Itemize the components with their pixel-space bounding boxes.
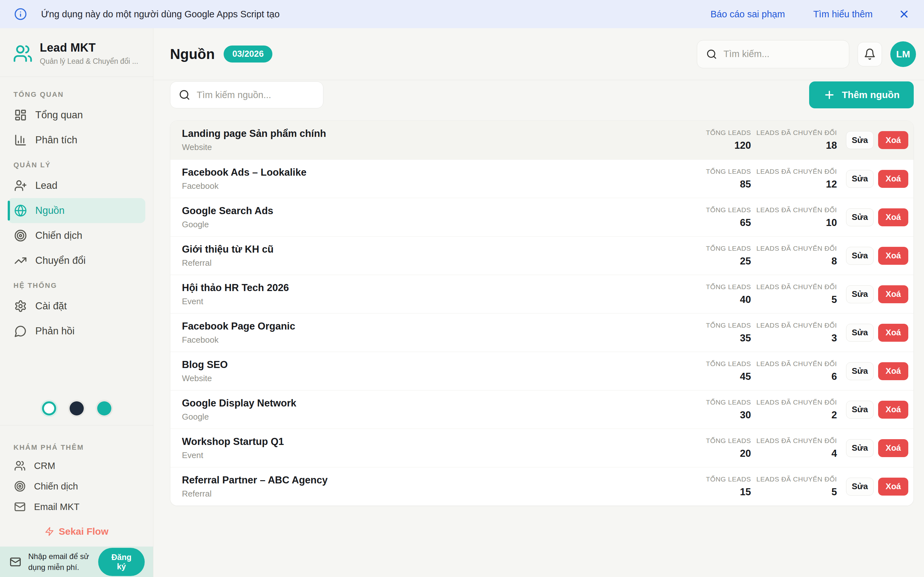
sekai-flow-link[interactable]: Sekai Flow bbox=[0, 517, 153, 546]
source-row[interactable]: Google Search Ads Google TỔNG LEADS 65 L… bbox=[170, 198, 913, 236]
signup-message: Nhập email để sử dụng miễn phí. bbox=[28, 551, 91, 572]
source-row[interactable]: Workshop Startup Q1 Event TỔNG LEADS 20 … bbox=[170, 429, 913, 467]
global-search[interactable] bbox=[697, 40, 849, 68]
edit-button[interactable]: Sửa bbox=[846, 439, 874, 457]
source-row[interactable]: Referral Partner – ABC Agency Referral T… bbox=[170, 467, 913, 506]
sidebar-item-crm[interactable]: CRM bbox=[8, 456, 145, 476]
globe-icon bbox=[14, 204, 27, 217]
report-abuse-link[interactable]: Báo cáo sai phạm bbox=[711, 9, 785, 19]
app-window: Ứng dụng này do một người dùng Google Ap… bbox=[0, 0, 924, 577]
delete-button[interactable]: Xoá bbox=[878, 131, 908, 149]
delete-button[interactable]: Xoá bbox=[878, 170, 908, 188]
converted-leads-label: LEADS ĐÃ CHUYỂN ĐỔI bbox=[751, 475, 837, 483]
source-info: Facebook Ads – Lookalike Facebook bbox=[182, 167, 696, 191]
learn-more-link[interactable]: Tìm hiểu thêm bbox=[813, 9, 873, 19]
total-leads-value: 35 bbox=[696, 332, 751, 344]
edit-button[interactable]: Sửa bbox=[846, 401, 874, 419]
avatar[interactable]: LM bbox=[890, 41, 916, 67]
close-icon[interactable] bbox=[898, 8, 910, 20]
edit-button[interactable]: Sửa bbox=[846, 247, 874, 265]
target-icon bbox=[14, 229, 27, 242]
row-actions: Sửa Xoá bbox=[846, 401, 908, 419]
trending-up-icon bbox=[14, 254, 27, 267]
delete-button[interactable]: Xoá bbox=[878, 439, 908, 457]
edit-button[interactable]: Sửa bbox=[846, 170, 874, 188]
row-actions: Sửa Xoá bbox=[846, 324, 908, 342]
gear-icon bbox=[14, 300, 27, 313]
total-leads-label: TỔNG LEADS bbox=[696, 322, 751, 329]
total-leads-stat: TỔNG LEADS 35 bbox=[696, 322, 751, 344]
source-row[interactable]: Giới thiệu từ KH cũ Referral TỔNG LEADS … bbox=[170, 236, 913, 275]
delete-button[interactable]: Xoá bbox=[878, 247, 908, 265]
source-search[interactable] bbox=[170, 81, 323, 108]
discover-section: KHÁM PHÁ THÊM CRM Chiến dịch Email MKT bbox=[0, 425, 153, 517]
delete-button[interactable]: Xoá bbox=[878, 401, 908, 419]
section-label-discover: KHÁM PHÁ THÊM bbox=[13, 443, 140, 452]
theme-dot-navy[interactable] bbox=[69, 401, 84, 416]
total-leads-stat: TỔNG LEADS 85 bbox=[696, 168, 751, 190]
delete-button[interactable]: Xoá bbox=[878, 208, 908, 226]
user-plus-icon bbox=[14, 179, 27, 192]
source-row[interactable]: Hội thảo HR Tech 2026 Event TỔNG LEADS 4… bbox=[170, 275, 913, 313]
total-leads-stat: TỔNG LEADS 30 bbox=[696, 398, 751, 421]
apps-script-banner: Ứng dụng này do một người dùng Google Ap… bbox=[0, 0, 924, 28]
sidebar-item-email-mkt[interactable]: Email MKT bbox=[8, 496, 145, 517]
global-search-input[interactable] bbox=[724, 49, 840, 59]
app-name: Lead MKT bbox=[40, 41, 138, 55]
signup-button[interactable]: Đăng ký bbox=[98, 548, 145, 576]
delete-button[interactable]: Xoá bbox=[878, 285, 908, 303]
sidebar-item-chien-dich-discover[interactable]: Chiến dịch bbox=[8, 476, 145, 496]
source-search-input[interactable] bbox=[197, 90, 315, 100]
total-leads-value: 25 bbox=[696, 255, 751, 267]
sidebar-item-chuyen-doi[interactable]: Chuyển đổi bbox=[8, 248, 145, 273]
total-leads-stat: TỔNG LEADS 40 bbox=[696, 283, 751, 306]
row-actions: Sửa Xoá bbox=[846, 439, 908, 457]
delete-button[interactable]: Xoá bbox=[878, 478, 908, 496]
source-row[interactable]: Facebook Ads – Lookalike Facebook TỔNG L… bbox=[170, 159, 913, 198]
source-row[interactable]: Blog SEO Website TỔNG LEADS 45 LEADS ĐÃ … bbox=[170, 351, 913, 390]
delete-button[interactable]: Xoá bbox=[878, 362, 908, 380]
converted-leads-stat: LEADS ĐÃ CHUYỂN ĐỔI 4 bbox=[751, 437, 837, 459]
source-type: Event bbox=[182, 297, 696, 306]
section-label-manage: QUẢN LÝ bbox=[13, 161, 140, 169]
source-type: Google bbox=[182, 219, 696, 229]
edit-button[interactable]: Sửa bbox=[846, 285, 874, 303]
sidebar-item-chien-dich[interactable]: Chiến dịch bbox=[8, 223, 145, 248]
main-area: Nguồn 03/2026 LM bbox=[153, 28, 924, 577]
edit-button[interactable]: Sửa bbox=[846, 362, 874, 380]
sidebar-item-cai-dat[interactable]: Cài đặt bbox=[8, 293, 145, 319]
delete-button[interactable]: Xoá bbox=[878, 324, 908, 342]
edit-button[interactable]: Sửa bbox=[846, 208, 874, 226]
edit-button[interactable]: Sửa bbox=[846, 478, 874, 496]
notifications-button[interactable] bbox=[858, 42, 882, 66]
main-header: Nguồn 03/2026 LM bbox=[153, 28, 924, 80]
source-name: Landing page Sản phẩm chính bbox=[182, 128, 696, 139]
converted-leads-value: 10 bbox=[751, 217, 837, 229]
edit-button[interactable]: Sửa bbox=[846, 131, 874, 149]
sidebar-item-nguon[interactable]: Nguồn bbox=[8, 198, 145, 223]
source-type: Google bbox=[182, 412, 696, 422]
theme-dot-light[interactable] bbox=[42, 401, 56, 416]
converted-leads-label: LEADS ĐÃ CHUYỂN ĐỔI bbox=[751, 283, 837, 291]
content: Thêm nguồn Landing page Sản phẩm chính W… bbox=[153, 80, 924, 577]
edit-button[interactable]: Sửa bbox=[846, 324, 874, 342]
source-type: Website bbox=[182, 142, 696, 152]
info-icon bbox=[14, 8, 27, 21]
sidebar-item-label: Lead bbox=[35, 180, 57, 191]
source-row[interactable]: Landing page Sản phẩm chính Website TỔNG… bbox=[170, 121, 913, 159]
sidebar-item-lead[interactable]: Lead bbox=[8, 173, 145, 198]
users-logo-icon bbox=[13, 44, 33, 63]
theme-dot-teal[interactable] bbox=[97, 401, 111, 416]
page-title: Nguồn bbox=[170, 46, 215, 62]
sidebar-item-label: Chuyển đổi bbox=[35, 255, 86, 266]
zap-icon bbox=[45, 527, 54, 536]
total-leads-value: 40 bbox=[696, 294, 751, 306]
add-source-button[interactable]: Thêm nguồn bbox=[809, 81, 914, 108]
converted-leads-stat: LEADS ĐÃ CHUYỂN ĐỔI 18 bbox=[751, 129, 837, 151]
source-row[interactable]: Google Display Network Google TỔNG LEADS… bbox=[170, 390, 913, 429]
sidebar-item-phan-tich[interactable]: Phân tích bbox=[8, 127, 145, 153]
sidebar-item-phan-hoi[interactable]: Phản hồi bbox=[8, 319, 145, 343]
total-leads-label: TỔNG LEADS bbox=[696, 360, 751, 367]
source-row[interactable]: Facebook Page Organic Facebook TỔNG LEAD… bbox=[170, 313, 913, 351]
sidebar-item-tong-quan[interactable]: Tổng quan bbox=[8, 103, 145, 127]
